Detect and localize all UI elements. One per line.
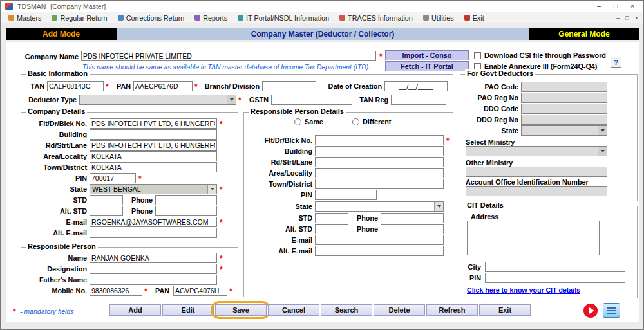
pan-input[interactable] (133, 81, 193, 91)
rpd-area-input[interactable] (315, 168, 444, 178)
rp-name-input[interactable] (90, 253, 217, 263)
tan-reg-input[interactable] (391, 95, 446, 105)
cd-alt-email-label: Alt. E-mail (21, 229, 87, 237)
cit-details-link[interactable]: Click here to know your CIT details (467, 286, 580, 294)
menu-item-reports[interactable]: Reports (189, 12, 232, 23)
rpd-pin-input[interactable] (315, 190, 377, 200)
cd-alt-email-input[interactable] (90, 228, 217, 238)
company-name-note: This name should be same as available in… (82, 64, 370, 71)
mdi-close-button[interactable]: × (635, 15, 638, 21)
pan-label: PAN (111, 82, 131, 90)
ddo-reg-no-label: DDO Reg No (462, 116, 518, 124)
branch-division-input[interactable] (262, 81, 316, 91)
help-button[interactable]: ? (611, 57, 621, 68)
rpd-alt-phone-input[interactable] (381, 224, 444, 234)
deductor-type-select[interactable] (79, 95, 236, 105)
rpd-alt-email-input[interactable] (315, 246, 444, 256)
fetch-it-portal-button[interactable]: Fetch - IT Portal (385, 61, 469, 71)
cd-state-select[interactable]: WEST BENGAL (90, 184, 217, 194)
menu-item-traces[interactable]: TRACES Information (334, 12, 418, 23)
rp-designation-input[interactable] (90, 264, 217, 274)
maximize-button[interactable]: □ (607, 1, 624, 12)
company-master-form: Company Name * Import - Conso Fetch - IT… (6, 42, 639, 322)
support-panel-button[interactable] (603, 303, 620, 318)
edit-button[interactable]: Edit (162, 304, 214, 316)
rpd-phone-input[interactable] (381, 213, 444, 223)
cancel-button[interactable]: Cancel (268, 304, 319, 316)
cd-phone-input[interactable] (155, 195, 217, 205)
rpd-road-input[interactable] (315, 157, 444, 167)
save-button[interactable]: Save (215, 304, 267, 316)
company-name-input[interactable] (81, 51, 376, 61)
rpd-email-input[interactable] (315, 235, 444, 245)
rpd-std-input[interactable] (315, 213, 348, 223)
menu-item-utilities[interactable]: Utilities (418, 12, 459, 23)
basic-information-title: Basic Information (26, 69, 90, 78)
play-video-button[interactable] (583, 304, 598, 318)
menu-item-it-portal-nsdl[interactable]: IT Portal/NSDL Information (232, 12, 334, 23)
radio-icon (294, 118, 301, 125)
different-radio[interactable]: Different (352, 118, 391, 125)
close-button[interactable]: × (624, 1, 641, 12)
rpd-town-input[interactable] (315, 179, 444, 189)
select-ministry-select (466, 146, 607, 156)
deductor-type-label: Deductor Type (23, 96, 77, 104)
cit-address-textarea[interactable] (467, 221, 600, 255)
gstn-input[interactable] (271, 95, 352, 105)
cit-pin-label: PIN (463, 274, 481, 282)
cd-building-label: Building (21, 131, 87, 138)
rp-mobile-input[interactable] (90, 286, 142, 296)
add-button[interactable]: Add (109, 304, 161, 316)
rpd-area-label: Area/Locality (244, 169, 312, 177)
rpd-state-select[interactable] (315, 201, 444, 212)
responsible-person-details-title: Responsible Person Details (249, 107, 346, 116)
cd-road-input[interactable] (90, 140, 217, 151)
minimize-button[interactable]: – (591, 1, 607, 12)
tan-input[interactable] (47, 81, 104, 91)
import-conso-button[interactable]: Import - Conso (385, 50, 469, 60)
company-details-title: Company Details (26, 107, 87, 116)
cd-flt-input[interactable] (90, 118, 217, 129)
search-button[interactable]: Search (321, 304, 372, 316)
date-of-creation-input[interactable] (384, 81, 448, 91)
cd-town-input[interactable] (90, 162, 217, 172)
aoin-input (466, 186, 607, 196)
refresh-button[interactable]: Refresh (426, 304, 478, 316)
cit-pin-input[interactable] (485, 273, 625, 283)
cd-std-input[interactable] (90, 195, 123, 205)
cd-email-input[interactable] (90, 217, 217, 227)
required-mark: * (138, 175, 142, 183)
same-radio-label: Same (305, 118, 323, 125)
mdi-restore-button[interactable]: □ (625, 15, 629, 21)
menu-label: Corrections Return (126, 14, 185, 22)
govt-deductors-group: For Govt Deductors PAO Code PAO Reg No D… (460, 74, 638, 201)
menu-item-corrections-return[interactable]: Corrections Return (113, 12, 190, 23)
menu-item-regular-return[interactable]: Regular Return (46, 12, 112, 23)
mdi-minimize-button[interactable]: – (616, 15, 620, 21)
reports-icon (194, 15, 200, 21)
cd-area-input[interactable] (90, 151, 217, 161)
cd-alt-phone-input[interactable] (155, 206, 217, 216)
rpd-flt-input[interactable] (315, 135, 444, 145)
rpd-alt-std-input[interactable] (315, 224, 348, 234)
cd-pin-input[interactable] (90, 173, 136, 183)
rpd-phone-label: Phone (351, 214, 378, 222)
exit-button[interactable]: Exit (479, 304, 531, 316)
delete-button[interactable]: Delete (374, 304, 425, 316)
cd-building-input[interactable] (90, 129, 217, 140)
play-icon (589, 307, 594, 314)
same-radio[interactable]: Same (294, 118, 323, 125)
cit-address-label: Address (471, 213, 498, 221)
menu-item-exit[interactable]: Exit (459, 12, 489, 23)
menu-item-masters[interactable]: Masters (3, 12, 46, 23)
cit-city-input[interactable] (485, 262, 625, 272)
download-csi-checkbox[interactable]: Download CSI file through Password (474, 51, 606, 59)
window-title: TDSMAN[Company Master] (17, 3, 106, 10)
cd-alt-std-input[interactable] (90, 206, 123, 216)
rp-pan-input[interactable] (173, 286, 227, 296)
ddo-code-label: DDO Code (462, 105, 518, 113)
rpd-building-input[interactable] (315, 146, 444, 156)
masters-icon (8, 15, 14, 21)
add-mode-label: Add Mode (6, 28, 117, 40)
rp-fathers-name-input[interactable] (90, 275, 217, 285)
